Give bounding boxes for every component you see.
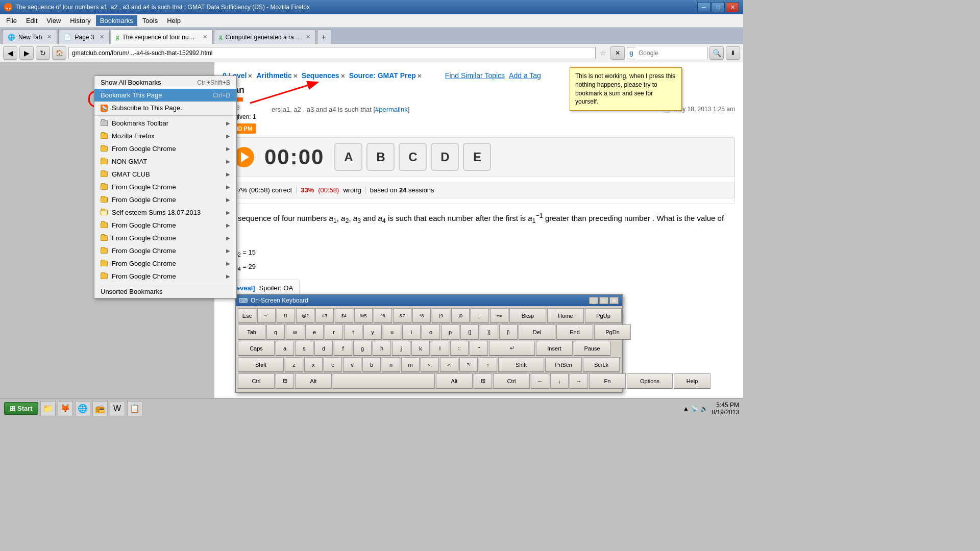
bm-chrome-2[interactable]: From Google Chrome ▶ xyxy=(94,181,236,193)
key-4[interactable]: $4 xyxy=(335,308,353,323)
key-k[interactable]: k xyxy=(411,341,430,356)
tab-close-0[interactable]: ✕ xyxy=(47,34,52,40)
key-z[interactable]: z xyxy=(285,357,303,372)
key-tilde[interactable]: ~` xyxy=(257,308,276,323)
key-n[interactable]: n xyxy=(382,357,400,372)
key-win[interactable]: ⊞ xyxy=(276,373,294,389)
taskbar-firefox[interactable]: 🦊 xyxy=(58,401,73,416)
key-o[interactable]: o xyxy=(422,324,440,340)
key-rbracket[interactable]: }] xyxy=(480,324,498,340)
key-right[interactable]: → xyxy=(570,373,588,389)
key-7[interactable]: &7 xyxy=(393,308,411,323)
taskbar-folder[interactable]: 📁 xyxy=(40,401,56,416)
key-t[interactable]: t xyxy=(344,324,362,340)
bm-selfesteem[interactable]: Self esteem Sums 18.07.2013 ▶ xyxy=(94,206,236,219)
key-down[interactable]: ↓ xyxy=(550,373,569,389)
key-minus[interactable]: _- xyxy=(471,308,489,323)
key-3[interactable]: #3 xyxy=(315,308,334,323)
forward-button[interactable]: ▶ xyxy=(19,46,34,60)
bm-unsorted[interactable]: Unsorted Bookmarks xyxy=(94,285,236,298)
taskbar-word[interactable]: W xyxy=(110,401,125,416)
osk-close[interactable]: ✕ xyxy=(609,297,619,304)
bookmark-star[interactable]: ☆ xyxy=(598,49,608,57)
key-del[interactable]: Del xyxy=(519,324,555,340)
key-a[interactable]: a xyxy=(276,341,294,356)
bm-chrome-1[interactable]: From Google Chrome ▶ xyxy=(94,142,236,155)
bm-show-all[interactable]: Show All Bookmarks Ctrl+Shift+B xyxy=(94,76,236,89)
bm-nongmat[interactable]: NON GMAT ▶ xyxy=(94,155,236,168)
address-bar[interactable] xyxy=(68,47,596,59)
key-up[interactable]: ↑ xyxy=(479,357,497,372)
key-i[interactable]: i xyxy=(402,324,421,340)
bm-subscribe[interactable]: 📡 Subscribe to This Page... xyxy=(94,102,236,114)
key-1[interactable]: !1 xyxy=(277,308,295,323)
key-lalt[interactable]: Alt xyxy=(295,373,332,389)
menu-edit[interactable]: Edit xyxy=(22,15,41,26)
key-prtscn[interactable]: PrtScn xyxy=(545,357,582,372)
key-rwin[interactable]: ⊞ xyxy=(474,373,492,389)
key-semicolon[interactable]: :; xyxy=(450,341,469,356)
tag-source-x[interactable]: ✕ xyxy=(417,73,422,79)
close-button[interactable]: ✕ xyxy=(726,2,739,12)
add-tag-link[interactable]: Add a Tag xyxy=(509,71,541,80)
key-r[interactable]: r xyxy=(325,324,343,340)
download-button[interactable]: ⬇ xyxy=(726,46,740,60)
answer-b[interactable]: B xyxy=(366,143,395,171)
bm-chrome-7[interactable]: From Google Chrome ▶ xyxy=(94,257,236,270)
answer-d[interactable]: D xyxy=(431,143,459,171)
key-end[interactable]: End xyxy=(556,324,593,340)
key-8[interactable]: *8 xyxy=(412,308,431,323)
key-l[interactable]: l xyxy=(431,341,449,356)
tab-close-3[interactable]: ✕ xyxy=(306,34,310,40)
new-tab-button[interactable]: + xyxy=(317,30,331,44)
tag-arithmetic-x[interactable]: ✕ xyxy=(293,73,298,79)
find-similar-link[interactable]: Find Similar Topics xyxy=(445,71,505,80)
key-w[interactable]: w xyxy=(286,324,304,340)
key-9[interactable]: (9 xyxy=(432,308,450,323)
osk-minimize[interactable]: _ xyxy=(589,297,598,304)
key-5[interactable]: %5 xyxy=(354,308,373,323)
tag-0level-x[interactable]: ✕ xyxy=(248,73,252,79)
key-ralt[interactable]: Alt xyxy=(436,373,473,389)
bm-chrome-3[interactable]: From Google Chrome ▶ xyxy=(94,193,236,206)
tab-sequence[interactable]: g The sequence of four numbers a1, a2 , … xyxy=(111,30,213,44)
maximize-button[interactable]: □ xyxy=(712,2,725,12)
key-u[interactable]: u xyxy=(383,324,401,340)
minimize-button[interactable]: ─ xyxy=(697,2,710,12)
key-quote[interactable]: "' xyxy=(470,341,488,356)
key-f[interactable]: f xyxy=(334,341,352,356)
key-y[interactable]: y xyxy=(363,324,382,340)
key-bksp[interactable]: Bksp xyxy=(509,308,546,323)
key-options[interactable]: Options xyxy=(627,373,673,389)
key-rshift[interactable]: Shift xyxy=(498,357,544,372)
key-tab[interactable]: Tab xyxy=(238,324,265,340)
key-lshift[interactable]: Shift xyxy=(238,357,284,372)
key-enter[interactable]: ↵ xyxy=(489,341,535,356)
tab-page3[interactable]: 📄 Page 3 ✕ xyxy=(58,30,109,44)
key-rctrl[interactable]: Ctrl xyxy=(493,373,530,389)
key-pause[interactable]: Pause xyxy=(574,341,610,356)
menu-help[interactable]: Help xyxy=(163,15,185,26)
reload-stop-button[interactable]: ✕ xyxy=(610,46,625,60)
tab-close-2[interactable]: ✕ xyxy=(203,34,207,40)
key-fn[interactable]: Fn xyxy=(589,373,626,389)
bm-chrome-8[interactable]: From Google Chrome ▶ xyxy=(94,270,236,283)
key-g[interactable]: g xyxy=(353,341,372,356)
key-v[interactable]: v xyxy=(343,357,361,372)
key-scrlk[interactable]: ScrLk xyxy=(583,357,620,372)
key-6[interactable]: ^6 xyxy=(374,308,392,323)
key-x[interactable]: x xyxy=(304,357,323,372)
key-b[interactable]: b xyxy=(362,357,381,372)
key-p[interactable]: p xyxy=(441,324,459,340)
key-slash[interactable]: ?/ xyxy=(459,357,478,372)
key-comma[interactable]: <, xyxy=(421,357,439,372)
key-esc[interactable]: Esc xyxy=(238,308,256,323)
search-input[interactable] xyxy=(635,47,707,59)
menu-bookmarks[interactable]: Bookmarks xyxy=(96,15,137,26)
bm-gmatclub[interactable]: GMAT CLUB ▶ xyxy=(94,168,236,181)
key-insert[interactable]: Insert xyxy=(536,341,573,356)
key-j[interactable]: j xyxy=(392,341,410,356)
bm-chrome-6[interactable]: From Google Chrome ▶ xyxy=(94,244,236,257)
key-s[interactable]: s xyxy=(295,341,313,356)
tag-sequences[interactable]: Sequences✕ xyxy=(302,71,345,80)
